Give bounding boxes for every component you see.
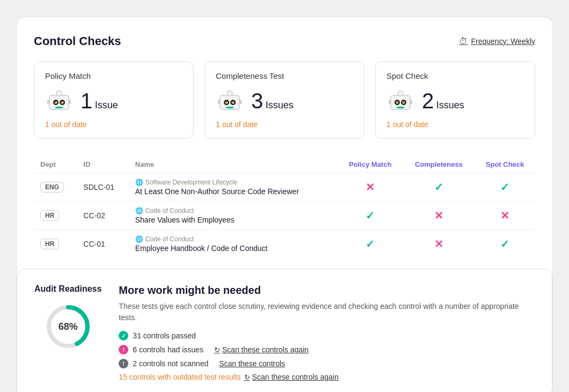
outdated-text: 15 controls with outdated test results [119, 373, 240, 381]
col-completeness: Completeness [403, 156, 475, 173]
table-row: HR CC-02 🌐 Code of Conduct Share Values … [34, 202, 535, 230]
svg-rect-35 [410, 100, 412, 104]
audit-heading: More work might be needed [119, 284, 535, 297]
not-scanned-text: 2 controls not scanned [133, 359, 208, 368]
svg-rect-9 [55, 107, 63, 108]
scan-outdated-label: Scan these controls again [252, 373, 339, 381]
control-name: Employee Handbook / Code of Conduct [135, 244, 331, 253]
dept-badge: HR [40, 239, 59, 249]
spot-check-title: Spot Check [386, 71, 524, 80]
check-fail: ✕ [434, 210, 443, 221]
policy-match-cell: ✓ [338, 230, 403, 258]
svg-point-5 [55, 101, 57, 104]
control-category: 🌐 Code of Conduct [135, 207, 331, 215]
audit-description: These tests give each control close scru… [119, 301, 535, 323]
col-id: ID [77, 156, 128, 173]
spot-check-issue-count: 2 Issues [422, 90, 464, 112]
refresh-icon-1: ↻ [214, 346, 220, 354]
check-pass: ✓ [500, 181, 509, 193]
check-fail: ✕ [434, 238, 443, 250]
globe-icon: 🌐 [135, 207, 143, 215]
main-card: Control Checks ⏱ Frequency: Weekly Polic… [16, 17, 553, 392]
audit-item-not-scanned: 2 controls not scanned Scan these contro… [119, 359, 535, 368]
globe-icon: 🌐 [135, 235, 143, 243]
scan-issues-label: Scan these controls again [222, 345, 309, 354]
frequency-link[interactable]: ⏱ Frequency: Weekly [459, 36, 535, 46]
table-row: HR CC-01 🌐 Code of Conduct Employee Hand… [34, 230, 535, 258]
spot-check-cell: ✓ [475, 173, 535, 202]
completeness-cell: ✓ [403, 173, 475, 202]
audit-left: Audit Readiness 68% [34, 284, 101, 351]
policy-match-title: Policy Match [45, 71, 183, 80]
svg-point-7 [55, 101, 56, 102]
col-name: Name [129, 156, 338, 173]
svg-point-1 [56, 91, 62, 96]
scan-outdated-link[interactable]: ↻ Scan these controls again [244, 373, 339, 381]
outdated-row: 15 controls with outdated test results ↻… [119, 373, 535, 381]
audit-panel: Audit Readiness 68% More work might be n… [17, 269, 552, 392]
info-circle-icon [119, 359, 128, 368]
control-category: 🌐 Code of Conduct [135, 235, 331, 243]
audit-items: 31 controls passed 6 controls had issues… [119, 331, 535, 381]
svg-rect-11 [69, 100, 71, 104]
spot-check-cell: ✕ [475, 202, 535, 230]
frequency-label: Frequency: Weekly [471, 37, 535, 46]
dept-badge: ENG [40, 182, 64, 193]
spot-check-body: 2 Issues [386, 87, 524, 115]
svg-point-20 [232, 101, 234, 102]
spot-check-card: Spot Check [375, 61, 535, 139]
svg-point-8 [61, 101, 62, 102]
svg-rect-33 [397, 107, 404, 108]
spot-check-out-of-date: 1 out of date [386, 120, 524, 129]
svg-point-31 [397, 102, 398, 103]
control-name: Share Values with Employees [135, 216, 331, 224]
donut-wrapper: 68% [44, 302, 92, 351]
spot-check-cell: ✓ [475, 230, 535, 258]
issues-controls-text: 6 controls had issues [133, 345, 203, 354]
control-category: 🌐 Software Development Lifecycle [135, 179, 331, 186]
svg-point-13 [227, 91, 232, 96]
policy-issue-count: 1 Issue [81, 90, 118, 112]
svg-rect-10 [47, 100, 49, 104]
svg-point-6 [61, 101, 64, 104]
completeness-body: 3 Issues [216, 87, 353, 115]
completeness-test-card: Completeness Test [205, 61, 364, 139]
svg-point-32 [403, 102, 404, 103]
refresh-icon-2: ↻ [244, 373, 250, 381]
completeness-title: Completeness Test [216, 71, 353, 80]
audit-right: More work might be needed These tests gi… [119, 284, 535, 381]
name-cell: 🌐 Code of Conduct Employee Handbook / Co… [129, 230, 338, 258]
id-cell: CC-01 [77, 230, 128, 258]
policy-match-cell: ✕ [338, 173, 403, 202]
scan-not-scanned-link[interactable]: Scan these controls [219, 359, 285, 368]
check-fail: ✕ [366, 181, 375, 193]
donut-label: 68% [59, 321, 78, 332]
completeness-out-of-date: 1 out of date [216, 120, 353, 129]
col-dept: Dept [34, 156, 77, 173]
policy-match-cell: ✓ [338, 202, 403, 230]
warn-circle-icon [119, 345, 128, 354]
check-pass: ✓ [366, 210, 375, 221]
policy-match-card: Policy Match [34, 61, 194, 139]
policy-match-body: 1 Issue [45, 87, 183, 115]
clock-icon: ⏱ [459, 36, 468, 46]
name-cell: 🌐 Code of Conduct Share Values with Empl… [129, 202, 338, 230]
svg-point-25 [398, 91, 403, 96]
pass-circle-icon [119, 331, 128, 341]
completeness-issue-count: 3 Issues [251, 90, 294, 112]
scan-not-scanned-label: Scan these controls [219, 359, 285, 368]
page-title: Control Checks [34, 34, 121, 48]
table-row: ENG SDLC-01 🌐 Software Development Lifec… [34, 173, 535, 202]
check-pass: ✓ [366, 238, 375, 250]
summary-cards: Policy Match [34, 61, 535, 139]
controls-table: Dept ID Name Policy Match Completeness S… [34, 156, 535, 258]
svg-rect-21 [226, 107, 234, 108]
dept-cell: HR [34, 230, 77, 258]
svg-rect-22 [218, 100, 220, 104]
id-cell: CC-02 [77, 202, 128, 230]
check-pass: ✓ [434, 181, 443, 193]
id-cell: SDLC-01 [77, 173, 128, 202]
scan-issues-link[interactable]: ↻ Scan these controls again [214, 345, 309, 354]
passed-controls-text: 31 controls passed [133, 331, 196, 340]
control-name: At Least One Non-Author Source Code Revi… [135, 187, 331, 196]
